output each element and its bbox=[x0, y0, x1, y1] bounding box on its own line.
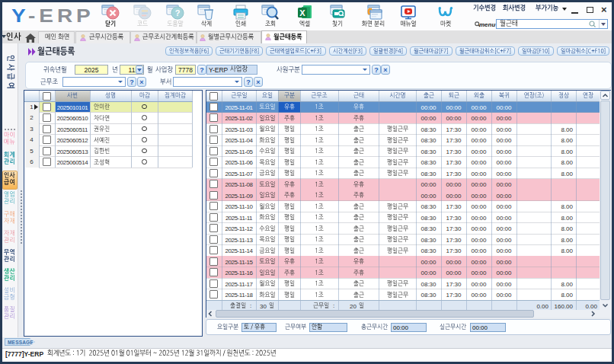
svg-text:X: X bbox=[299, 8, 305, 18]
svg-text:?: ? bbox=[175, 8, 181, 18]
